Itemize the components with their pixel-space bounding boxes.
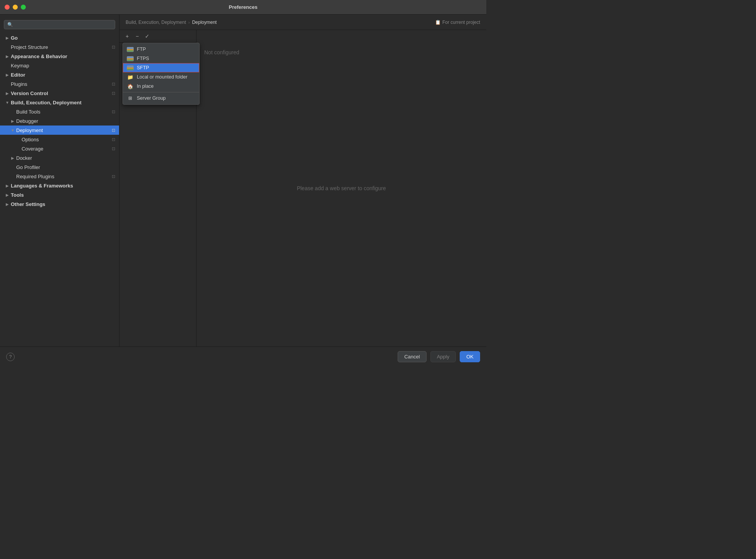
ftps-icon	[127, 56, 134, 61]
ftps-server-icon	[127, 56, 134, 61]
sidebar-item-project-structure[interactable]: Project Structure ⊡	[0, 42, 119, 52]
close-button[interactable]	[5, 5, 10, 10]
search-icon: 🔍	[7, 22, 13, 27]
search-box[interactable]: 🔍	[4, 20, 115, 29]
dropdown-item-local-label: Local or mounted folder	[137, 74, 187, 80]
center-content: Please add a web server to configure	[197, 30, 486, 346]
sidebar-item-build-tools[interactable]: Build Tools ⊡	[0, 107, 119, 116]
chevron-right-icon: ▶	[5, 183, 10, 188]
sidebar-item-label: Deployment	[16, 127, 110, 133]
title-bar: Preferences	[0, 0, 486, 15]
copy-icon: ⊡	[112, 146, 115, 151]
sidebar-item-deployment[interactable]: ▼ Deployment ⊡	[0, 126, 119, 135]
sidebar-item-required-plugins[interactable]: Required Plugins ⊡	[0, 172, 119, 181]
sidebar-item-label: Editor	[11, 72, 115, 78]
sidebar-item-build-exec-deploy[interactable]: ▼ Build, Execution, Deployment	[0, 98, 119, 107]
sidebar-item-label: Appearance & Behavior	[11, 54, 115, 59]
sidebar-item-plugins[interactable]: Plugins ⊡	[0, 79, 119, 89]
apply-button[interactable]: Apply	[430, 351, 456, 362]
dropdown-item-in-place[interactable]: 🏠 In place	[123, 82, 199, 91]
chevron-right-icon: ▶	[5, 90, 10, 96]
main-layout: 🔍 ▶ Go Project Structure ⊡ ▶ Appearance …	[0, 15, 486, 346]
dropdown-item-local-folder[interactable]: 📁 Local or mounted folder	[123, 72, 199, 82]
sidebar-item-label: Plugins	[11, 81, 110, 87]
breadcrumb-parent: Build, Execution, Deployment	[126, 20, 186, 25]
dropdown-item-in-place-label: In place	[137, 84, 154, 89]
not-configured-text: Not configured	[204, 49, 239, 55]
sidebar-item-label: Required Plugins	[16, 174, 110, 179]
copy-icon: ⊡	[112, 82, 115, 87]
sidebar-item-go[interactable]: ▶ Go	[0, 33, 119, 42]
chevron-placeholder	[5, 63, 10, 68]
project-label: For current project	[442, 20, 480, 25]
sidebar-item-version-control[interactable]: ▶ Version Control ⊡	[0, 89, 119, 98]
search-input[interactable]	[15, 22, 112, 27]
dropdown-item-sftp-label: SFTP	[137, 65, 149, 70]
chevron-right-icon: ▶	[10, 118, 15, 124]
sidebar-item-languages-frameworks[interactable]: ▶ Languages & Frameworks	[0, 181, 119, 190]
chevron-placeholder	[15, 137, 21, 142]
chevron-placeholder	[5, 44, 10, 50]
server-panel-wrapper: + − ✓ FTP	[119, 30, 486, 346]
chevron-placeholder	[5, 81, 10, 87]
chevron-down-icon: ▼	[10, 127, 15, 133]
traffic-lights	[5, 5, 26, 10]
copy-icon: ⊡	[112, 174, 115, 179]
help-button[interactable]: ?	[6, 353, 15, 361]
ok-button[interactable]: OK	[460, 351, 480, 362]
dropdown-item-ftp[interactable]: FTP	[123, 45, 199, 54]
server-list-panel: + − ✓ FTP	[119, 30, 197, 346]
chevron-placeholder	[15, 146, 21, 151]
maximize-button[interactable]	[21, 5, 26, 10]
chevron-right-icon: ▶	[5, 201, 10, 207]
sidebar-item-label: Debugger	[16, 118, 115, 124]
chevron-right-icon: ▶	[5, 35, 10, 40]
sidebar-item-other-settings[interactable]: ▶ Other Settings	[0, 199, 119, 209]
chevron-right-icon: ▶	[5, 72, 10, 77]
ftp-icon	[127, 47, 134, 52]
sidebar-item-label: Coverage	[22, 146, 110, 152]
server-toolbar: + − ✓	[119, 30, 196, 43]
copy-icon: ⊡	[112, 128, 115, 133]
sidebar-item-docker[interactable]: ▶ Docker	[0, 153, 119, 162]
dropdown-divider	[123, 92, 199, 92]
sidebar-item-label: Build Tools	[16, 109, 110, 115]
confirm-server-button[interactable]: ✓	[143, 32, 152, 40]
copy-icon: ⊡	[112, 91, 115, 96]
sidebar-item-label: Other Settings	[11, 201, 115, 207]
sidebar-item-label: Keymap	[11, 63, 115, 69]
bottom-bar: ? Cancel Apply OK	[0, 346, 486, 367]
sidebar-item-editor[interactable]: ▶ Editor	[0, 70, 119, 79]
cancel-button[interactable]: Cancel	[398, 351, 426, 362]
sidebar-item-label: Version Control	[11, 90, 110, 96]
please-add-text: Please add a web server to configure	[297, 185, 386, 191]
window-title: Preferences	[229, 4, 257, 10]
dropdown-item-server-group[interactable]: ⊞ Server Group	[123, 94, 199, 103]
chevron-right-icon: ▶	[10, 155, 15, 161]
sidebar-item-tools[interactable]: ▶ Tools	[0, 190, 119, 199]
chevron-right-icon: ▶	[5, 192, 10, 197]
copy-icon: ⊡	[112, 45, 115, 50]
sidebar-item-go-profiler[interactable]: Go Profiler	[0, 162, 119, 172]
dropdown-item-sftp[interactable]: SFTP	[123, 63, 199, 72]
add-server-button[interactable]: +	[123, 32, 132, 40]
sidebar-item-coverage[interactable]: Coverage ⊡	[0, 144, 119, 153]
sidebar-item-label: Docker	[16, 155, 115, 161]
sidebar-item-options[interactable]: Options ⊡	[0, 135, 119, 144]
dropdown-item-ftps[interactable]: FTPS	[123, 54, 199, 63]
content-area: Build, Execution, Deployment › Deploymen…	[119, 15, 486, 346]
bottom-left: ?	[6, 353, 15, 361]
sftp-server-icon	[127, 65, 134, 70]
not-configured-container: Not configured Please add a web server t…	[197, 30, 486, 346]
sidebar-item-debugger[interactable]: ▶ Debugger	[0, 116, 119, 126]
sidebar-item-label: Project Structure	[11, 44, 110, 50]
sidebar: 🔍 ▶ Go Project Structure ⊡ ▶ Appearance …	[0, 15, 119, 346]
breadcrumb-separator: ›	[188, 20, 190, 25]
chevron-placeholder	[10, 109, 15, 114]
minimize-button[interactable]	[13, 5, 18, 10]
sidebar-item-keymap[interactable]: Keymap	[0, 61, 119, 70]
sidebar-item-appearance-behavior[interactable]: ▶ Appearance & Behavior	[0, 52, 119, 61]
remove-server-button[interactable]: −	[133, 32, 142, 40]
in-place-icon: 🏠	[127, 84, 134, 89]
project-icon: 📋	[435, 20, 441, 25]
